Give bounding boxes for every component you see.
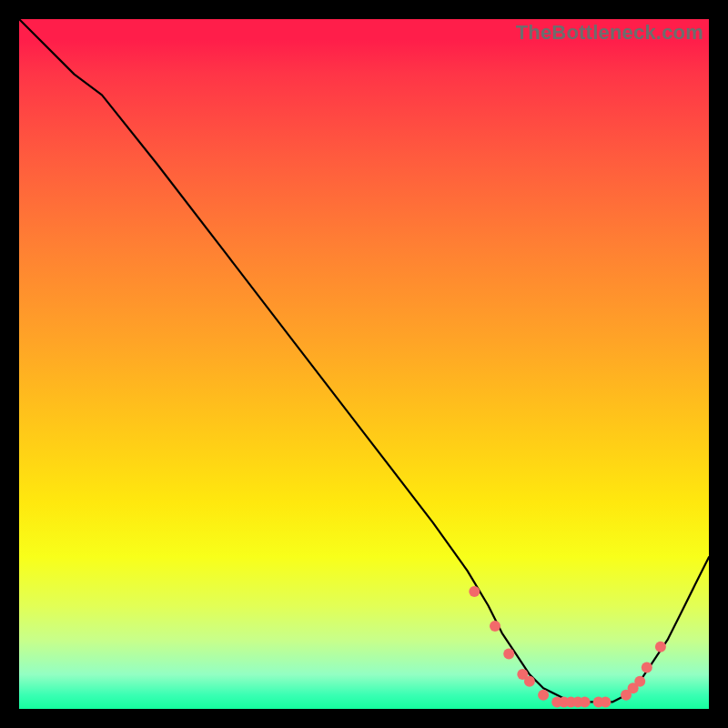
data-point: [490, 621, 500, 632]
data-point: [503, 648, 514, 659]
data-point: [469, 586, 480, 597]
chart-plot-area: TheBottleneck.com: [19, 19, 709, 709]
data-point-group: [469, 586, 666, 707]
data-point: [655, 642, 666, 652]
data-point: [538, 690, 549, 701]
data-point: [524, 676, 535, 687]
data-point: [642, 662, 652, 673]
chart-svg: [19, 19, 709, 709]
data-point: [600, 696, 611, 707]
data-point: [580, 696, 591, 707]
bottleneck-curve: [19, 19, 709, 702]
data-point: [634, 676, 645, 687]
